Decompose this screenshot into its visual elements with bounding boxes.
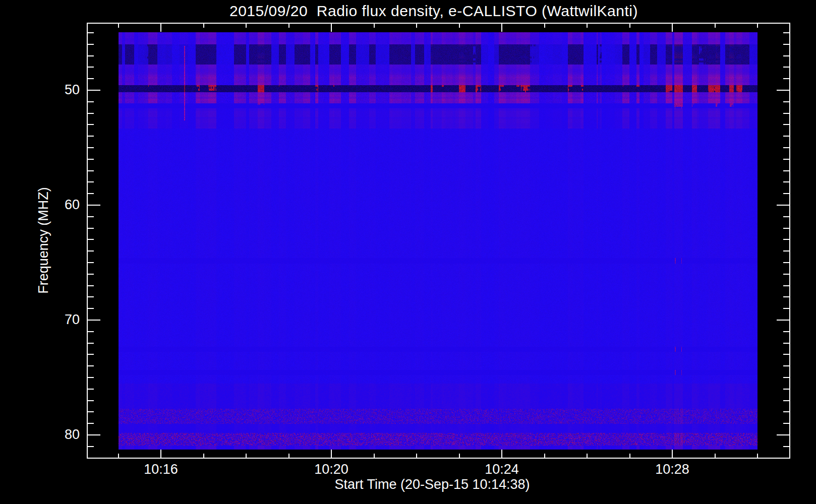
y-minor-tick-right xyxy=(783,389,790,390)
x-tick-label: 10:20 xyxy=(296,462,367,477)
y-minor-tick xyxy=(87,193,94,194)
y-minor-tick xyxy=(87,458,94,459)
x-minor-tick xyxy=(374,454,375,459)
x-minor-tick xyxy=(715,454,716,459)
x-minor-tick-top xyxy=(203,23,204,28)
x-minor-tick-top xyxy=(544,23,545,28)
y-minor-tick-right xyxy=(783,228,790,229)
y-minor-tick xyxy=(87,411,94,412)
y-minor-tick xyxy=(87,274,94,275)
y-minor-tick xyxy=(87,44,94,45)
y-minor-tick xyxy=(87,124,94,125)
y-minor-tick xyxy=(87,331,94,332)
x-major-tick-top xyxy=(160,23,161,32)
x-minor-tick xyxy=(587,454,588,459)
y-minor-tick-right xyxy=(783,101,790,102)
y-minor-tick xyxy=(87,78,94,79)
y-minor-tick-right xyxy=(783,124,790,125)
y-minor-tick xyxy=(87,296,94,297)
y-minor-tick xyxy=(87,55,94,56)
y-major-tick xyxy=(87,320,100,321)
y-minor-tick-right xyxy=(783,147,790,148)
x-minor-tick xyxy=(118,454,119,459)
y-major-tick-right xyxy=(777,320,790,321)
y-minor-tick-right xyxy=(783,193,790,194)
x-minor-tick-top xyxy=(757,23,758,28)
spectrogram-page: 2015/09/20 Radio flux density, e-CALLIST… xyxy=(0,0,816,504)
y-minor-tick xyxy=(87,285,94,286)
y-minor-tick-right xyxy=(783,274,790,275)
y-minor-tick-right xyxy=(783,159,790,160)
x-minor-tick xyxy=(246,454,247,459)
y-minor-tick-right xyxy=(783,400,790,401)
y-minor-tick-right xyxy=(783,423,790,424)
y-minor-tick xyxy=(87,216,94,217)
y-minor-tick-right xyxy=(783,44,790,45)
y-minor-tick xyxy=(87,101,94,102)
y-minor-tick xyxy=(87,170,94,171)
y-minor-tick-right xyxy=(783,32,790,33)
y-minor-tick-right xyxy=(783,136,790,137)
y-minor-tick xyxy=(87,147,94,148)
x-minor-tick xyxy=(459,454,460,459)
x-minor-tick xyxy=(629,454,630,459)
x-minor-tick-top xyxy=(629,23,630,28)
y-minor-tick xyxy=(87,377,94,378)
y-minor-tick-right xyxy=(783,446,790,447)
y-major-tick-right xyxy=(777,90,790,91)
y-minor-tick xyxy=(87,250,94,251)
x-minor-tick xyxy=(416,454,417,459)
x-major-tick xyxy=(160,450,161,459)
y-major-tick-right xyxy=(777,434,790,435)
plot-frame xyxy=(87,23,790,459)
y-minor-tick xyxy=(87,343,94,344)
chart-title: 2015/09/20 Radio flux density, e-CALLIST… xyxy=(0,3,816,20)
y-minor-tick-right xyxy=(783,67,790,68)
y-minor-tick xyxy=(87,389,94,390)
y-tick-label: 50 xyxy=(29,82,80,98)
x-minor-tick-top xyxy=(715,23,716,28)
x-minor-tick xyxy=(757,454,758,459)
y-minor-tick-right xyxy=(783,354,790,355)
y-minor-tick xyxy=(87,32,94,33)
x-major-tick xyxy=(501,450,502,459)
y-minor-tick xyxy=(87,67,94,68)
y-minor-tick-right xyxy=(783,411,790,412)
y-minor-tick xyxy=(87,113,94,114)
x-tick-label: 10:28 xyxy=(637,462,708,477)
x-major-tick-top xyxy=(331,23,332,32)
x-minor-tick-top xyxy=(416,23,417,28)
y-minor-tick-right xyxy=(783,250,790,251)
y-minor-tick-right xyxy=(783,458,790,459)
y-minor-tick-right xyxy=(783,113,790,114)
x-tick-label: 10:16 xyxy=(126,462,196,477)
x-minor-tick-top xyxy=(288,23,289,28)
x-major-tick-top xyxy=(501,23,502,32)
y-minor-tick-right xyxy=(783,377,790,378)
y-minor-tick-right xyxy=(783,78,790,79)
y-minor-tick-right xyxy=(783,365,790,366)
x-minor-tick xyxy=(544,454,545,459)
y-minor-tick xyxy=(87,181,94,182)
y-major-tick xyxy=(87,205,100,206)
y-minor-tick-right xyxy=(783,239,790,240)
y-axis-label: Frequency (MHZ) xyxy=(36,140,53,341)
y-minor-tick xyxy=(87,365,94,366)
y-minor-tick-right xyxy=(783,170,790,171)
y-minor-tick-right xyxy=(783,216,790,217)
y-minor-tick xyxy=(87,423,94,424)
x-major-tick xyxy=(331,450,332,459)
y-minor-tick xyxy=(87,400,94,401)
x-minor-tick-top xyxy=(374,23,375,28)
y-minor-tick-right xyxy=(783,285,790,286)
x-minor-tick-top xyxy=(587,23,588,28)
x-tick-label: 10:24 xyxy=(467,462,537,477)
y-minor-tick xyxy=(87,136,94,137)
x-major-tick-top xyxy=(672,23,673,32)
y-minor-tick xyxy=(87,354,94,355)
y-minor-tick xyxy=(87,228,94,229)
y-minor-tick xyxy=(87,159,94,160)
x-minor-tick-top xyxy=(459,23,460,28)
y-minor-tick-right xyxy=(783,308,790,309)
y-minor-tick xyxy=(87,446,94,447)
